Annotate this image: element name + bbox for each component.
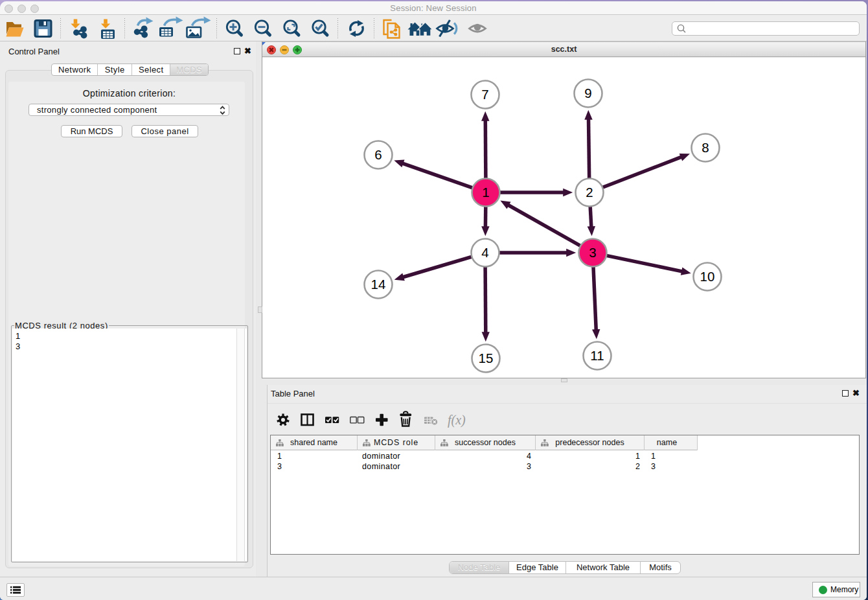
- svg-text:9: 9: [584, 86, 591, 100]
- svg-text:4: 4: [481, 245, 488, 260]
- svg-text:10: 10: [700, 269, 715, 284]
- svg-text:7: 7: [481, 87, 488, 102]
- svg-text:6: 6: [374, 147, 382, 162]
- svg-text:2: 2: [586, 185, 593, 200]
- svg-text:8: 8: [702, 140, 709, 155]
- svg-text:11: 11: [590, 348, 604, 363]
- svg-text:1: 1: [482, 185, 489, 200]
- svg-text:3: 3: [589, 245, 596, 260]
- svg-text:f(x): f(x): [448, 413, 466, 428]
- svg-text:15: 15: [479, 351, 494, 365]
- svg-text:14: 14: [371, 277, 386, 292]
